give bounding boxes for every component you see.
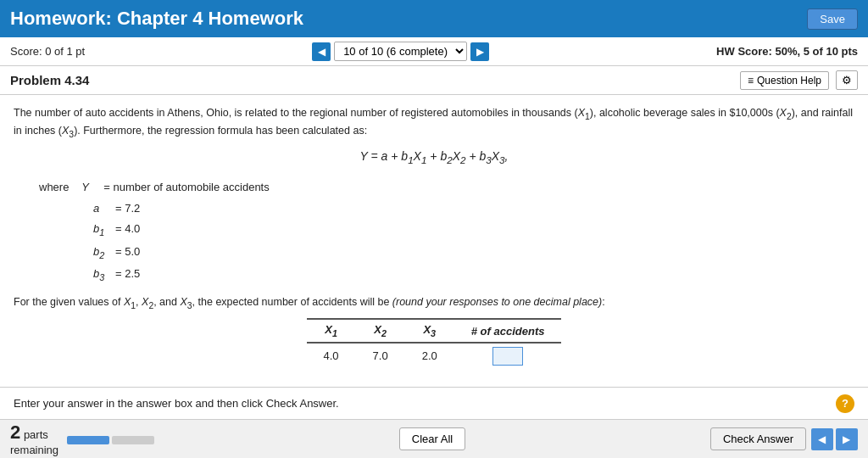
var-b1: b1 [93,219,112,241]
save-button[interactable]: Save [807,8,858,30]
var-a-def: = 7.2 [115,198,140,220]
cell-x2: 7.0 [356,343,405,369]
col-header-x3: X3 [405,319,454,343]
where-label: where [39,177,78,198]
parts-remaining: 2 parts remaining [10,422,58,456]
hw-score-text: HW Score: 50%, 5 of 10 pts [716,45,858,58]
check-answer-button[interactable]: Check Answer [710,427,806,450]
progress-filled-segment [67,436,109,444]
remaining-label: remaining [10,444,58,456]
next-question-button[interactable]: ▶ [470,42,489,61]
page-title: Homework: Chapter 4 Homework [10,8,303,30]
progress-empty-segment [112,436,154,444]
footer-center-actions: Clear All [399,427,465,450]
var-b2: b2 [93,242,112,264]
var-b2-def: = 5.0 [115,242,140,263]
instruction-text: Enter your answer in the answer box and … [14,397,339,410]
cell-x1: 4.0 [307,343,356,369]
var-a-row: a = 7.2 [39,198,854,220]
var-b2-row: b2 = 5.0 [39,242,854,264]
parts-label: parts [24,428,48,441]
question-help-button[interactable]: ≡ Question Help [740,71,829,90]
footer-next-button[interactable]: ▶ [836,428,858,450]
var-a: a [93,198,112,220]
settings-button[interactable]: ⚙ [836,70,858,90]
var-b1-row: b1 = 4.0 [39,219,854,241]
data-table: X1 X2 X3 # of accidents 4.0 7.0 2.0 [307,318,562,369]
score-text: Score: 0 of 1 pt [10,45,85,58]
instruction-bar: Enter your answer in the answer box and … [0,387,868,419]
header: Homework: Chapter 4 Homework Save [0,0,868,37]
clear-all-button[interactable]: Clear All [399,427,465,450]
gear-icon: ⚙ [842,74,852,87]
navigation-controls: ◀ 10 of 10 (6 complete) ▶ [312,42,489,61]
question-text: For the given values of X1, X2, and X3, … [14,296,854,310]
prev-question-button[interactable]: ◀ [312,42,331,61]
var-b3: b3 [93,264,112,286]
var-b3-row: b3 = 2.5 [39,264,854,286]
menu-icon: ≡ [748,75,754,87]
parts-section: 2 parts remaining [10,422,154,456]
variable-definitions: where Y = number of automobile accidents… [39,177,854,286]
footer-nav-buttons: ◀ ▶ [811,428,858,450]
var-y: Y [81,177,100,198]
main-content: The number of auto accidents in Athens, … [0,95,868,399]
progress-bar [67,436,154,444]
score-bar: Score: 0 of 1 pt ◀ 10 of 10 (6 complete)… [0,37,868,66]
formula-display: Y = a + b1X1 + b2X2 + b3X3, [14,149,854,165]
table-row: 4.0 7.0 2.0 [307,343,562,369]
footer-prev-button[interactable]: ◀ [811,428,833,450]
where-row: where Y = number of automobile accidents [39,177,854,198]
problem-bar: Problem 4.34 ≡ Question Help ⚙ [0,66,868,95]
col-header-accidents: # of accidents [454,319,562,343]
parts-number: 2 [10,422,20,443]
var-y-def: = number of automobile accidents [103,177,269,198]
footer-bar: 2 parts remaining Clear All Check Answer… [0,419,868,458]
var-b3-def: = 2.5 [115,264,140,285]
question-selector[interactable]: 10 of 10 (6 complete) [334,42,467,61]
col-header-x2: X2 [356,319,405,343]
problem-actions: ≡ Question Help ⚙ [740,70,858,90]
cell-x3: 2.0 [405,343,454,369]
problem-intro: The number of auto accidents in Athens, … [14,105,854,141]
footer-right-actions: Check Answer ◀ ▶ [710,427,858,450]
col-header-x1: X1 [307,319,356,343]
problem-title: Problem 4.34 [10,73,89,87]
help-button[interactable]: ? [836,394,854,413]
cell-accidents[interactable] [454,343,562,369]
accidents-input[interactable] [492,347,523,366]
var-b1-def: = 4.0 [115,219,140,240]
